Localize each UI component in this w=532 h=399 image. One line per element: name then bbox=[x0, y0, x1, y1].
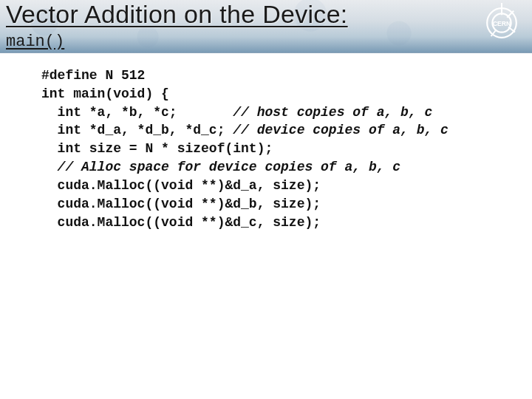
code-text: cuda.Malloc((void **)&d_a, size); bbox=[41, 178, 321, 193]
code-listing: #define N 512int main(void) { int *a, *b… bbox=[0, 53, 532, 231]
cern-logo-icon: CERN bbox=[482, 3, 522, 43]
code-text: int size = N * sizeof(int); bbox=[41, 141, 273, 156]
code-line: int main(void) { bbox=[41, 85, 532, 103]
code-text bbox=[41, 160, 58, 174]
code-comment: // Alloc space for device copies of a, b… bbox=[58, 160, 400, 174]
code-line: cuda.Malloc((void **)&d_b, size); bbox=[41, 195, 532, 214]
code-text: cuda.Malloc((void **)&d_c, size); bbox=[41, 215, 321, 230]
code-text: int *a, *b, *c; bbox=[41, 105, 233, 120]
code-comment: // host copies of a, b, c bbox=[233, 105, 432, 120]
code-text: cuda.Malloc((void **)&d_b, size); bbox=[41, 197, 321, 211]
code-line: int *a, *b, *c; // host copies of a, b, … bbox=[41, 103, 532, 122]
code-text: int *d_a, *d_b, *d_c; bbox=[41, 123, 233, 137]
code-comment: // device copies of a, b, c bbox=[233, 123, 449, 137]
code-line: cuda.Malloc((void **)&d_c, size); bbox=[41, 214, 532, 232]
code-line: // Alloc space for device copies of a, b… bbox=[41, 158, 532, 177]
slide-subtitle: main() bbox=[6, 33, 64, 51]
code-line: int size = N * sizeof(int); bbox=[41, 140, 532, 158]
cern-logo-text: CERN bbox=[493, 20, 511, 27]
code-line: int *d_a, *d_b, *d_c; // device copies o… bbox=[41, 121, 532, 140]
code-line: #define N 512 bbox=[41, 66, 532, 85]
code-line: cuda.Malloc((void **)&d_a, size); bbox=[41, 177, 532, 195]
slide-title: Vector Addition on the Device: bbox=[6, 0, 348, 29]
code-text: int main(void) { bbox=[41, 86, 169, 101]
code-text: #define N 512 bbox=[41, 68, 145, 83]
slide-header: Vector Addition on the Device: main() CE… bbox=[0, 0, 532, 53]
